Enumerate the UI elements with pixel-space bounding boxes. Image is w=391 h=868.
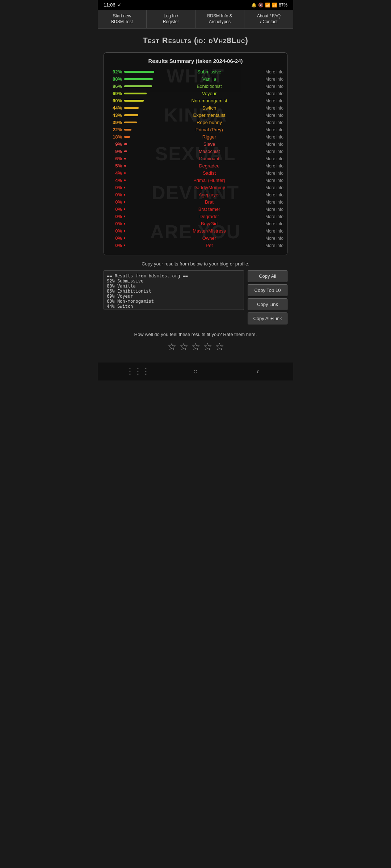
- result-pct: 22%: [108, 127, 124, 132]
- result-pct: 43%: [108, 112, 124, 118]
- more-info-button[interactable]: More info: [258, 113, 283, 118]
- table-row: 86% Exhibitionist More info: [108, 84, 283, 89]
- nav-login[interactable]: Log In /Register: [147, 10, 196, 28]
- more-info-button[interactable]: More info: [258, 69, 283, 75]
- more-info-button[interactable]: More info: [258, 221, 283, 226]
- result-bar-container: [124, 93, 160, 94]
- result-bar: [124, 150, 127, 152]
- table-row: 39% Rope bunny More info: [108, 120, 283, 125]
- result-bar-container: [124, 187, 160, 188]
- star-4[interactable]: ☆: [203, 341, 212, 353]
- result-bar-container: [124, 129, 160, 131]
- more-info-button[interactable]: More info: [258, 192, 283, 197]
- more-info-button[interactable]: More info: [258, 171, 283, 176]
- result-bar: [124, 223, 125, 225]
- result-bar: [124, 85, 152, 87]
- more-info-button[interactable]: More info: [258, 243, 283, 248]
- result-bar: [124, 194, 125, 196]
- nav-new-test[interactable]: Start newBDSM Test: [98, 10, 147, 28]
- more-info-button[interactable]: More info: [258, 163, 283, 169]
- copy-link-button[interactable]: Copy Link: [248, 298, 287, 310]
- navbar: Start newBDSM Test Log In /Register BDSM…: [98, 10, 293, 29]
- result-bar-container: [124, 194, 160, 196]
- more-info-button[interactable]: More info: [258, 229, 283, 234]
- rating-section: How well do you feel these results fit y…: [98, 328, 293, 358]
- result-name: Non-monogamist: [160, 98, 258, 103]
- nav-home-icon[interactable]: ○: [188, 367, 203, 376]
- result-pct: 9%: [108, 141, 124, 147]
- more-info-button[interactable]: More info: [258, 178, 283, 183]
- result-bar: [124, 172, 126, 174]
- more-info-button[interactable]: More info: [258, 185, 283, 190]
- battery-label: 87%: [279, 3, 287, 8]
- result-bar-container: [124, 114, 160, 116]
- more-info-button[interactable]: More info: [258, 127, 283, 132]
- result-name: Dominant: [160, 156, 258, 161]
- copy-all-link-button[interactable]: Copy All+Link: [248, 312, 287, 324]
- more-info-button[interactable]: More info: [258, 156, 283, 161]
- more-info-button[interactable]: More info: [258, 200, 283, 205]
- result-bar: [124, 93, 147, 94]
- result-name: Boy/Girl: [160, 221, 258, 226]
- more-info-button[interactable]: More info: [258, 91, 283, 96]
- result-bar-container: [124, 85, 160, 87]
- result-pct: 60%: [108, 98, 124, 103]
- nav-menu-icon[interactable]: ⋮⋮⋮: [126, 367, 140, 376]
- result-name: Daddy/Mommy: [160, 185, 258, 190]
- star-5[interactable]: ☆: [215, 341, 224, 353]
- more-info-button[interactable]: More info: [258, 236, 283, 241]
- more-info-button[interactable]: More info: [258, 98, 283, 103]
- result-bar: [124, 201, 125, 203]
- more-info-button[interactable]: More info: [258, 120, 283, 125]
- result-pct: 0%: [108, 235, 124, 241]
- more-info-button[interactable]: More info: [258, 149, 283, 154]
- star-3[interactable]: ☆: [191, 341, 200, 353]
- result-name: Masochist: [160, 149, 258, 154]
- result-name: Ageplayer: [160, 192, 258, 197]
- star-2[interactable]: ☆: [179, 341, 188, 353]
- result-pct: 88%: [108, 76, 124, 82]
- more-info-button[interactable]: More info: [258, 106, 283, 111]
- result-pct: 0%: [108, 214, 124, 219]
- more-info-button[interactable]: More info: [258, 77, 283, 82]
- result-bar: [124, 71, 154, 73]
- result-name: Submissive: [160, 69, 258, 75]
- result-bar-container: [124, 158, 160, 159]
- result-bar-container: [124, 201, 160, 203]
- result-bar: [124, 179, 126, 181]
- result-bar: [124, 187, 125, 188]
- mute-icon: 🔇: [258, 3, 264, 8]
- copy-top10-button[interactable]: Copy Top 10: [248, 284, 287, 296]
- table-row: 92% Submissive More info: [108, 69, 283, 75]
- copy-all-button[interactable]: Copy All: [248, 270, 287, 282]
- table-row: 0% Master/Mistress More info: [108, 228, 283, 234]
- table-row: 18% Rigger More info: [108, 134, 283, 140]
- results-list: 92% Submissive More info 88% Vanilla Mor…: [108, 69, 283, 248]
- status-check-icon: ✓: [118, 2, 122, 8]
- result-bar: [124, 122, 137, 123]
- nav-bdsm-info[interactable]: BDSM Info &Archetypes: [196, 10, 244, 28]
- more-info-button[interactable]: More info: [258, 135, 283, 140]
- star-1[interactable]: ☆: [167, 341, 176, 353]
- result-name: Rope bunny: [160, 120, 258, 125]
- status-right: 🔔 🔇 📶 📶 87%: [251, 3, 287, 8]
- result-bar: [124, 237, 125, 239]
- table-row: 0% Degrader More info: [108, 214, 283, 219]
- result-pct: 5%: [108, 163, 124, 169]
- result-bar: [124, 230, 125, 232]
- table-row: 0% Owner More info: [108, 235, 283, 241]
- more-info-button[interactable]: More info: [258, 214, 283, 219]
- result-name: Slave: [160, 141, 258, 147]
- more-info-button[interactable]: More info: [258, 84, 283, 89]
- result-bar: [124, 129, 131, 131]
- result-bar-container: [124, 122, 160, 123]
- copy-section: Copy your results from below to your blo…: [104, 261, 287, 324]
- result-pct: 92%: [108, 69, 124, 75]
- page-title: Test Results (id: dVhz8Luc): [98, 29, 293, 49]
- result-bar-container: [124, 150, 160, 152]
- nav-about[interactable]: About / FAQ/ Contact: [244, 10, 293, 28]
- nav-back-icon[interactable]: ‹: [251, 367, 265, 376]
- more-info-button[interactable]: More info: [258, 142, 283, 147]
- copy-textarea[interactable]: [104, 270, 244, 310]
- more-info-button[interactable]: More info: [258, 207, 283, 212]
